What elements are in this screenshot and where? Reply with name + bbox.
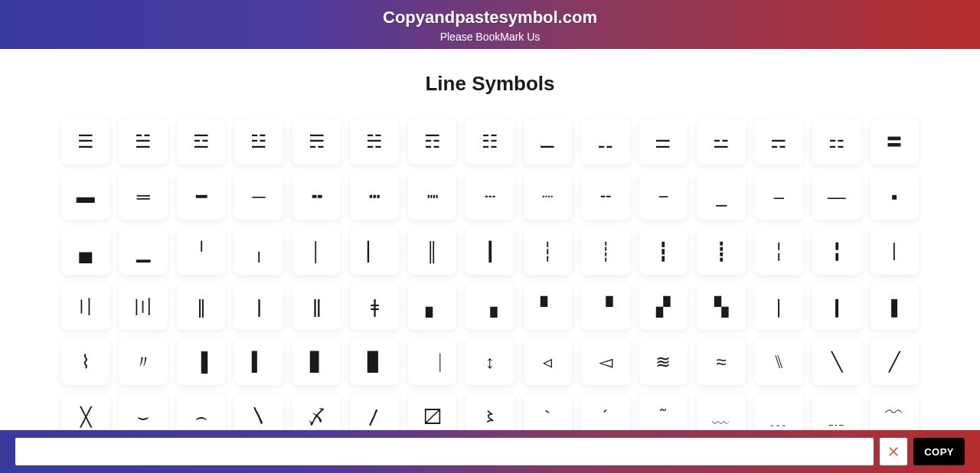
symbol-tile[interactable]: ⚏ [812,119,861,165]
symbol-tile[interactable]: ╎ [755,229,803,275]
symbol-tile[interactable]: — [812,174,861,220]
symbol-tile[interactable]: ┆ [524,229,572,275]
symbol-tile[interactable]: ▘ [524,284,572,330]
symbol-tile[interactable]: ‖ [177,284,225,330]
symbol-tile[interactable]: ╷ [234,229,283,275]
symbol-tile[interactable]: ┈ [524,174,572,220]
symbol-grid: ☰☱☲☳☴☵☶☷⚊⚋⚌⚍⚎⚏〓▬═━─╍┅┉┄┈╌−⎯–—▪▄▁╵╷│▏║┃┆┊… [61,119,919,440]
symbol-tile[interactable]: 〓 [871,119,919,165]
symbol-tile[interactable]: ▋ [292,339,341,385]
clear-button[interactable] [880,438,907,465]
symbol-tile[interactable]: ▄ [61,229,109,275]
symbol-tile[interactable]: ǂ [350,284,398,330]
symbol-tile[interactable]: ║ [408,229,456,275]
symbol-tile[interactable]: ⎹ [408,339,456,385]
symbol-tile[interactable]: ▐ [177,339,225,385]
symbol-tile[interactable]: ⚌ [639,119,688,165]
symbol-tile[interactable]: ╲ [812,339,861,385]
symbol-tile[interactable]: ▏ [350,229,398,275]
symbol-tile[interactable]: ▬ [61,174,109,220]
symbol-tile[interactable]: ▗ [466,284,514,330]
main-content: Line Symbols ☰☱☲☳☴☵☶☷⚊⚋⚌⚍⚎⚏〓▬═━─╍┅┉┄┈╌−⎯… [0,49,980,455]
symbol-tile[interactable]: ❙ [812,284,861,330]
symbol-tile[interactable]: ╏ [812,229,861,275]
symbol-tile[interactable]: 〃 [119,339,167,385]
symbol-tile[interactable]: ⑊ [755,339,803,385]
symbol-tile[interactable]: ┊ [581,229,629,275]
page-title: Line Symbols [61,72,919,96]
symbol-tile[interactable]: ▁ [119,229,167,275]
symbol-tile[interactable]: ❘ [755,284,803,330]
symbol-tile[interactable]: ▪ [871,174,919,220]
symbol-tile[interactable]: ⌇ [61,339,109,385]
symbol-tile[interactable]: ▞ [639,284,688,330]
symbol-tile[interactable]: ┅ [350,174,398,220]
symbol-tile[interactable]: ⚊ [524,119,572,165]
symbol-tile[interactable]: ☶ [408,119,456,165]
symbol-tile[interactable]: ☰ [61,119,109,165]
symbol-tile[interactable]: 〢 [61,284,109,330]
symbol-tile[interactable]: ▊ [350,339,398,385]
symbol-tile[interactable]: ↕ [466,339,514,385]
symbol-tile[interactable]: ǀ [234,284,283,330]
symbol-tile[interactable]: ╍ [292,174,341,220]
symbol-tile[interactable]: ☵ [350,119,398,165]
symbol-tile[interactable]: ⚍ [697,119,745,165]
symbol-tile[interactable]: ≋ [639,339,688,385]
symbol-tile[interactable]: ≈ [697,339,745,385]
symbol-tile[interactable]: ▍ [234,339,283,385]
close-icon [887,445,900,458]
symbol-tile[interactable]: ǁ [292,284,341,330]
symbol-tile[interactable]: │ [292,229,341,275]
symbol-tile[interactable]: ⚎ [755,119,803,165]
site-title: Copyandpastesymbol.com [0,8,980,28]
copy-input[interactable] [15,438,874,465]
symbol-tile[interactable]: ◃ [524,339,572,385]
symbol-tile[interactable]: ┃ [466,229,514,275]
symbol-tile[interactable]: ╵ [177,229,225,275]
symbol-tile[interactable]: ─ [234,174,283,220]
header-banner: Copyandpastesymbol.com Please BookMark U… [0,0,980,49]
symbol-tile[interactable]: ☴ [292,119,341,165]
bottom-copy-bar: COPY [0,430,980,473]
symbol-tile[interactable]: ☲ [177,119,225,165]
symbol-tile[interactable]: ▝ [581,284,629,330]
symbol-tile[interactable]: ☱ [119,119,167,165]
symbol-tile[interactable]: ┄ [466,174,514,220]
symbol-tile[interactable]: 〣 [119,284,167,330]
symbol-tile[interactable]: ☳ [234,119,283,165]
symbol-tile[interactable]: 〡 [871,229,919,275]
symbol-tile[interactable]: ┉ [408,174,456,220]
symbol-tile[interactable]: ⎯ [697,174,745,220]
symbol-tile[interactable]: ❚ [871,284,919,330]
copy-button[interactable]: COPY [913,438,965,465]
symbol-tile[interactable]: ═ [119,174,167,220]
symbol-tile[interactable]: ╌ [581,174,629,220]
symbol-tile[interactable]: ┇ [639,229,688,275]
symbol-tile[interactable]: ⚋ [581,119,629,165]
symbol-tile[interactable]: ▚ [697,284,745,330]
symbol-tile[interactable]: − [639,174,688,220]
symbol-tile[interactable]: ┋ [697,229,745,275]
symbol-tile[interactable]: ╱ [871,339,919,385]
symbol-tile[interactable]: ☷ [466,119,514,165]
symbol-tile[interactable]: – [755,174,803,220]
bookmark-text: Please BookMark Us [0,31,980,43]
symbol-tile[interactable]: ▖ [408,284,456,330]
symbol-tile[interactable]: ◅ [581,339,629,385]
symbol-tile[interactable]: ━ [177,174,225,220]
